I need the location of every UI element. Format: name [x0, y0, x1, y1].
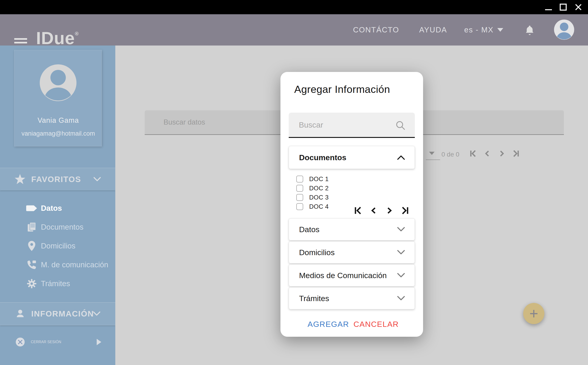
section-datos-header[interactable]: Datos	[289, 218, 415, 240]
chevron-down-icon	[93, 176, 101, 182]
sidebar-item-tramites[interactable]: Trámites	[0, 274, 115, 293]
first-page-icon[interactable]	[468, 148, 478, 160]
section-tramites-header[interactable]: Trámites	[289, 287, 415, 309]
rows-per-page-select[interactable]	[429, 152, 440, 160]
window-maximize-button[interactable]	[558, 0, 569, 14]
notifications-button[interactable]	[525, 25, 534, 36]
dialog-search-input[interactable]	[289, 113, 395, 137]
locale-selector[interactable]: es - MX	[464, 14, 503, 46]
label-icon	[26, 205, 37, 212]
checkbox-row-doc3[interactable]: DOC 3	[296, 193, 329, 202]
brand-name: IDue	[36, 28, 75, 48]
content-pagination	[468, 148, 521, 160]
minimize-icon	[545, 3, 552, 11]
last-page-icon[interactable]	[511, 148, 521, 160]
sidebar-item-label: Documentos	[41, 223, 83, 232]
checkbox-unchecked-icon[interactable]	[296, 185, 303, 192]
maximize-icon	[559, 3, 567, 11]
previous-page-icon[interactable]	[369, 205, 379, 217]
hamburger-icon	[14, 38, 27, 40]
profile-name: Vania Gama	[14, 116, 102, 125]
phone-message-icon	[26, 260, 37, 270]
profile-card: Vania Gama vaniagamag@hotmail.com	[14, 50, 102, 147]
locale-label: es - MX	[464, 26, 494, 34]
sidebar-item-documentos[interactable]: Documentos	[0, 218, 115, 237]
checkbox-row-doc4[interactable]: DOC 4	[296, 202, 329, 211]
caret-down-icon	[429, 152, 435, 155]
sidebar-item-domicilios[interactable]: Domicilios	[0, 237, 115, 255]
checkbox-row-doc2[interactable]: DOC 2	[296, 184, 329, 193]
sidebar: Vania Gama vaniagamag@hotmail.com FAVORI…	[0, 46, 115, 365]
chevron-down-icon	[93, 311, 101, 317]
checkbox-unchecked-icon[interactable]	[296, 203, 303, 210]
sidebar-section-label: INFORMACIÓN	[31, 309, 94, 318]
last-page-icon[interactable]	[400, 205, 410, 217]
sidebar-item-label: Trámites	[41, 279, 70, 288]
dialog-search-bar[interactable]	[289, 113, 415, 138]
chevron-down-icon	[397, 295, 405, 301]
agregar-button[interactable]: AGREGAR	[308, 320, 349, 329]
chevron-up-icon	[397, 154, 405, 161]
section-domicilios-header[interactable]: Domicilios	[289, 241, 415, 263]
window-titlebar	[0, 0, 588, 14]
dialog-title: Agregar Información	[294, 84, 390, 95]
section-medios-header[interactable]: Medios de Comunicación	[289, 264, 415, 286]
person-icon	[15, 309, 25, 319]
section-label: Trámites	[299, 294, 329, 303]
sidebar-item-comunicacion[interactable]: M. de comunicación	[0, 255, 115, 274]
caret-down-icon	[497, 28, 503, 32]
previous-page-icon[interactable]	[482, 148, 492, 160]
checkbox-unchecked-icon[interactable]	[296, 194, 303, 201]
next-page-icon[interactable]	[497, 148, 507, 160]
sidebar-item-label: M. de comunicación	[41, 260, 108, 269]
location-pin-icon	[26, 241, 37, 251]
logout-label: CERRAR SESIÓN	[31, 340, 61, 344]
sidebar-item-label: Datos	[41, 204, 62, 213]
cancelar-button[interactable]: CANCELAR	[354, 320, 395, 329]
chevron-down-icon	[397, 272, 405, 278]
sidebar-section-label: FAVORITOS	[31, 175, 81, 184]
chevron-down-icon	[397, 226, 405, 232]
documents-icon	[26, 222, 37, 232]
sidebar-item-label: Domicilios	[41, 242, 75, 250]
sidebar-section-favoritos[interactable]: FAVORITOS	[0, 168, 115, 190]
checkbox-unchecked-icon[interactable]	[296, 175, 303, 182]
app-header: IDue® DILIGENCE AUTHENTICATION CONTÁCTO …	[0, 14, 588, 46]
nav-contact-link[interactable]: CONTÁCTO	[353, 14, 399, 46]
avatar-person-icon	[554, 20, 574, 40]
registered-mark: ®	[75, 31, 79, 36]
first-page-icon[interactable]	[353, 205, 363, 217]
profile-avatar	[40, 64, 76, 102]
add-fab-button[interactable]: +	[523, 303, 544, 324]
window-close-button[interactable]	[573, 0, 584, 14]
checkbox-label: DOC 2	[309, 185, 329, 192]
section-label: Medios de Comunicación	[299, 271, 387, 280]
search-icon	[395, 120, 406, 132]
profile-email: vaniagamag@hotmail.com	[14, 130, 102, 137]
section-documentos-header[interactable]: Documentos	[289, 146, 415, 169]
select-underline	[426, 160, 440, 160]
close-circle-icon	[15, 337, 25, 347]
sidebar-section-informacion[interactable]: INFORMACIÓN	[0, 302, 115, 325]
bell-icon	[525, 25, 534, 35]
section-label: Domicilios	[299, 248, 335, 257]
pagination-range-label: 0 de 0	[441, 151, 459, 158]
nav-help-link[interactable]: AYUDA	[419, 14, 447, 46]
section-label: Datos	[299, 225, 320, 234]
checkbox-label: DOC 1	[309, 175, 329, 183]
checkbox-label: DOC 4	[309, 203, 329, 210]
checkbox-row-doc1[interactable]: DOC 1	[296, 175, 329, 184]
star-icon	[14, 174, 26, 185]
gear-icon	[26, 279, 37, 289]
sidebar-item-datos[interactable]: Datos	[0, 199, 115, 218]
dialog-pagination	[353, 205, 410, 217]
arrow-right-icon	[96, 338, 102, 346]
next-page-icon[interactable]	[384, 205, 394, 217]
avatar-person-icon	[40, 64, 76, 101]
sidebar-logout-button[interactable]: CERRAR SESIÓN	[0, 333, 115, 351]
chevron-down-icon	[397, 249, 405, 255]
window-minimize-button[interactable]	[543, 0, 554, 14]
close-icon	[574, 3, 582, 11]
user-avatar[interactable]	[554, 20, 574, 41]
agregar-informacion-dialog: Agregar Información Documentos DOC 1 DOC…	[280, 72, 423, 337]
